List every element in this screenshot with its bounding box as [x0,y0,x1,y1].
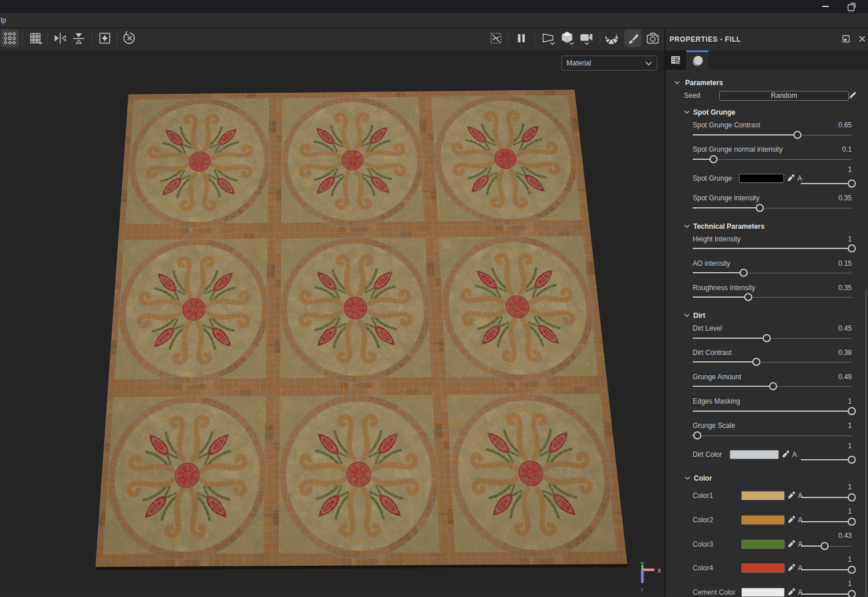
svg-text:x: x [657,566,661,574]
svg-text:z: z [640,585,644,592]
